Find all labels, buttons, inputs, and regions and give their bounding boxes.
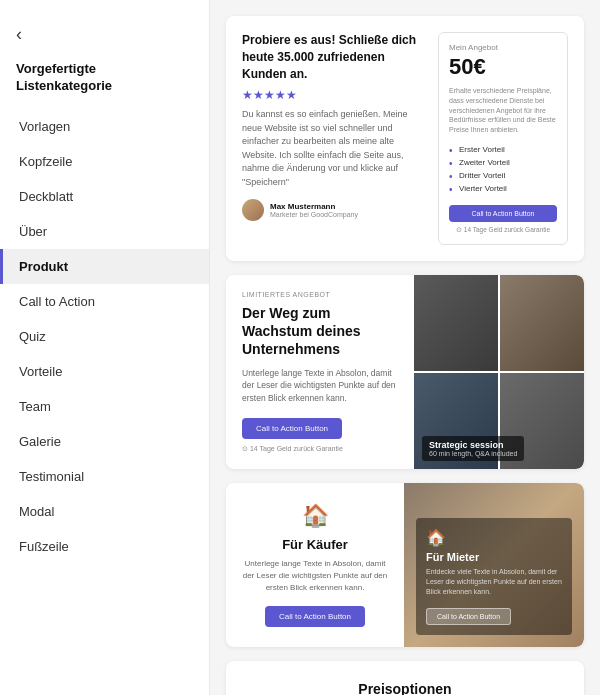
sidebar-item-vorlagen[interactable]: Vorlagen: [0, 109, 209, 144]
buyer-renter-card: 🏠 Für Käufer Unterlege lange Texte in Ab…: [226, 483, 584, 647]
sidebar-item-deckblatt[interactable]: Deckblatt: [0, 179, 209, 214]
sidebar-item-fusszeile[interactable]: Fußzeile: [0, 529, 209, 564]
pricing-options-card: Preisoptionen Erstelle verschiedene Prei…: [226, 661, 584, 695]
card2-image-grid: Strategic session 60 min length, Q&A inc…: [414, 275, 584, 469]
price-guarantee: ⊙ 14 Tage Geld zurück Garantie: [449, 226, 557, 234]
renter-title: Für Mieter: [426, 551, 562, 563]
author-role: Marketer bei GoodCompany: [270, 211, 358, 218]
buyer-body: Unterlege lange Texte in Absolon, damit …: [242, 558, 388, 594]
renter-house-icon: 🏠: [426, 528, 562, 547]
card2-body: Unterlege lange Texte in Absolon, damit …: [242, 367, 398, 405]
card1-left: Probiere es aus! Schließe dich heute 35.…: [242, 32, 424, 221]
main-content: Probiere es aus! Schließe dich heute 35.…: [210, 0, 600, 695]
testimonial-pricing-card: Probiere es aus! Schließe dich heute 35.…: [226, 16, 584, 261]
overlay-title: Strategic session: [429, 440, 517, 450]
price-value: 50€: [449, 54, 557, 80]
sidebar-nav: VorlagenKopfzeileDeckblattÜberProduktCal…: [0, 109, 209, 564]
sidebar-item-testimonial[interactable]: Testimonial: [0, 459, 209, 494]
sidebar-title: Vorgefertigte Listenkategorie: [0, 57, 209, 109]
author-name: Max Mustermann: [270, 202, 358, 211]
price-label: Mein Angebot: [449, 43, 557, 52]
card3-buyer-section: 🏠 Für Käufer Unterlege lange Texte in Ab…: [226, 483, 404, 647]
overlay-sub: 60 min length, Q&A included: [429, 450, 517, 457]
pricing-options-title: Preisoptionen: [242, 681, 568, 695]
card2-left: LIMITIERTES ANGEBOT Der Weg zum Wachstum…: [226, 275, 414, 469]
price-list-item: Dritter Vorteil: [449, 169, 557, 182]
back-icon: ‹: [16, 24, 22, 45]
sidebar-item-modal[interactable]: Modal: [0, 494, 209, 529]
card2-trust: ⊙ 14 Tage Geld zurück Garantie: [242, 445, 398, 453]
buyer-cta-button[interactable]: Call to Action Button: [265, 606, 365, 627]
sidebar-item-vorteile[interactable]: Vorteile: [0, 354, 209, 389]
sidebar-item-team[interactable]: Team: [0, 389, 209, 424]
price-cta-button[interactable]: Call to Action Button: [449, 205, 557, 222]
card1-body: Du kannst es so einfach genießen. Meine …: [242, 108, 424, 189]
renter-cta-button[interactable]: Call to Action Button: [426, 608, 511, 625]
sidebar-item-quiz[interactable]: Quiz: [0, 319, 209, 354]
sidebar-item-galerie[interactable]: Galerie: [0, 424, 209, 459]
renter-overlay: 🏠 Für Mieter Entdecke viele Texte in Abs…: [416, 518, 572, 634]
price-list-item: Erster Vorteil: [449, 143, 557, 156]
card1-author: Max Mustermann Marketer bei GoodCompany: [242, 199, 424, 221]
renter-body: Entdecke viele Texte in Absolon, damit d…: [426, 567, 562, 596]
image-overlay: Strategic session 60 min length, Q&A inc…: [422, 436, 524, 461]
avatar: [242, 199, 264, 221]
price-desc: Erhalte verschiedene Preispläne, dass ve…: [449, 86, 557, 135]
grid-image-1: [414, 275, 498, 371]
card3-renter-section: 🏠 Für Mieter Entdecke viele Texte in Abs…: [404, 483, 584, 647]
sidebar-item-call-to-action[interactable]: Call to Action: [0, 284, 209, 319]
price-list: Erster VorteilZweiter VorteilDritter Vor…: [449, 143, 557, 195]
price-list-item: Zweiter Vorteil: [449, 156, 557, 169]
card2-badge: LIMITIERTES ANGEBOT: [242, 291, 398, 298]
grid-image-2: [500, 275, 584, 371]
pricing-box: Mein Angebot 50€ Erhalte verschiedene Pr…: [438, 32, 568, 245]
sidebar: ‹ Vorgefertigte Listenkategorie Vorlagen…: [0, 0, 210, 695]
growth-card: LIMITIERTES ANGEBOT Der Weg zum Wachstum…: [226, 275, 584, 469]
sidebar-item-produkt[interactable]: Produkt: [0, 249, 209, 284]
back-button[interactable]: ‹: [0, 16, 209, 57]
buyer-title: Für Käufer: [282, 537, 348, 552]
buyer-house-icon: 🏠: [302, 503, 329, 529]
card1-stars: ★★★★★: [242, 88, 424, 102]
card2-headline: Der Weg zum Wachstum deines Unternehmens: [242, 304, 398, 359]
author-info: Max Mustermann Marketer bei GoodCompany: [270, 202, 358, 218]
price-list-item: Vierter Vorteil: [449, 182, 557, 195]
card2-cta-button[interactable]: Call to Action Button: [242, 418, 342, 439]
sidebar-item-kopfzeile[interactable]: Kopfzeile: [0, 144, 209, 179]
sidebar-item-uber[interactable]: Über: [0, 214, 209, 249]
card1-headline: Probiere es aus! Schließe dich heute 35.…: [242, 32, 424, 82]
